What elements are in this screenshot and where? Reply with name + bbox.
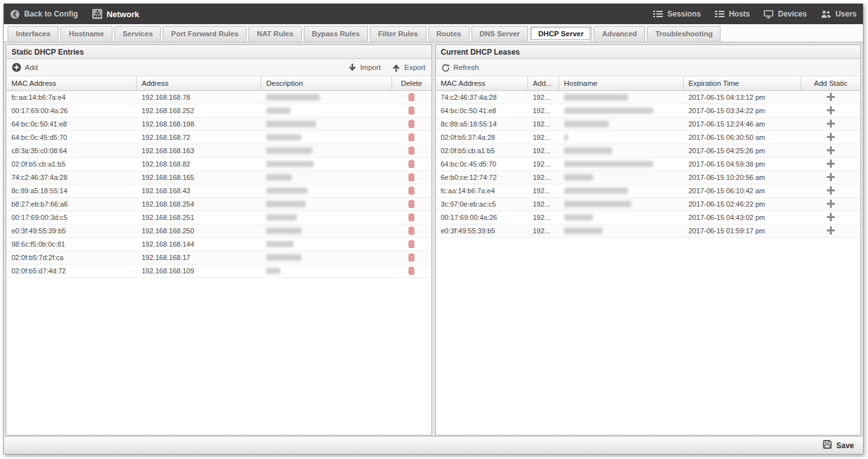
address-cell: 192... [528,211,559,224]
top-bar-right: Sessions Hosts Devices Users [653,10,857,18]
save-button[interactable]: Save [823,440,854,451]
expiration-time-cell: 2017-06-15 01:59:17 pm [684,224,801,237]
add-static-button[interactable] [801,158,861,170]
add-static-button[interactable] [801,211,861,224]
dhcp-lease-row[interactable]: 64:bc:0c:45:d5:70 192... 2017-06-15 04:5… [436,158,861,171]
tab[interactable]: Filter Rules [370,26,426,41]
tab[interactable]: Advanced [593,26,645,41]
column-header-mac-address[interactable]: MAC Address [436,76,528,90]
delete-row-button[interactable] [392,104,431,117]
mac-address-cell: 02:0f:b5:d7:4d:72 [6,264,137,277]
plus-icon [827,146,835,156]
add-static-button[interactable] [801,104,861,117]
column-header-hostname[interactable]: Hostname [559,76,684,90]
delete-row-button[interactable] [392,171,431,184]
network-app-button[interactable]: Network [92,9,139,19]
mac-address-cell: 02:0f:b5:cb:a1:b5 [6,158,137,170]
add-static-button[interactable] [801,184,861,197]
refresh-button[interactable]: Refresh [442,64,479,72]
tab[interactable]: Bypass Rules [304,26,368,41]
add-static-button[interactable] [801,144,861,157]
static-dhcp-row[interactable]: 98:6c:f5:0b:0c:81 192.168.168.144 [6,238,431,251]
tab[interactable]: Interfaces [8,26,58,41]
delete-row-button[interactable] [392,251,431,264]
delete-row-button[interactable] [392,158,431,170]
tab-label: Hostname [69,30,104,38]
dhcp-lease-row[interactable]: e0:3f:49:55:39:b5 192... 2017-06-15 01:5… [436,224,861,238]
tab[interactable]: NAT Rules [248,26,301,41]
dhcp-lease-row[interactable]: 02:0f:b5:cb:a1:b5 192... 2017-06-15 04:2… [436,144,861,158]
delete-row-button[interactable] [392,144,431,157]
delete-row-button[interactable] [392,264,431,277]
export-button[interactable]: Export [392,64,425,72]
column-header-address[interactable]: Address [137,76,261,90]
static-dhcp-row[interactable]: 64:bc:0c:45:d5:70 192.168.168.72 [6,131,431,144]
back-to-config-button[interactable]: Back to Config [10,10,78,19]
tab[interactable]: DHCP Server [530,26,592,41]
delete-row-button[interactable] [392,184,431,197]
column-header-mac-address[interactable]: MAC Address [6,76,137,90]
dhcp-lease-row[interactable]: 00:17:69:00:4a:26 192... 2017-06-15 04:4… [436,211,861,224]
static-dhcp-row[interactable]: 74:c2:46:37:4a:28 192.168.168.165 [6,171,431,184]
delete-row-button[interactable] [392,91,431,104]
static-dhcp-row[interactable]: 64:bc:0c:50:41:e8 192.168.168.198 [6,118,431,131]
add-static-button[interactable] [801,198,861,210]
plus-icon [827,186,835,196]
delete-row-button[interactable] [392,131,431,144]
static-dhcp-row[interactable]: b8:27:eb:b7:66:a6 192.168.168.254 [6,198,431,211]
tab[interactable]: Routes [428,26,470,41]
add-button[interactable]: Add [12,63,37,72]
delete-row-button[interactable] [392,118,431,130]
tab[interactable]: Troubleshooting [647,26,721,41]
tab[interactable]: DNS Server [471,26,528,41]
dhcp-lease-row[interactable]: 3c:97:0e:eb:ac:c5 192... 2017-06-15 02:4… [436,198,861,211]
delete-row-button[interactable] [392,238,431,250]
add-static-button[interactable] [801,171,861,184]
static-dhcp-row[interactable]: fc:aa:14:b6:7a:e4 192.168.168.78 [6,91,431,104]
add-static-button[interactable] [801,131,861,144]
redacted-description [266,94,320,100]
static-dhcp-row[interactable]: c8:3a:35:c0:08:64 192.168.168.163 [6,144,431,158]
redacted-hostname [564,121,609,127]
redacted-description [266,147,312,154]
devices-button[interactable]: Devices [764,10,806,18]
dhcp-lease-row[interactable]: fc:aa:14:b6:7a:e4 192... 2017-06-15 06:1… [436,184,861,198]
refresh-icon [442,64,450,72]
tab[interactable]: Port Forward Rules [163,26,247,41]
tab[interactable]: Services [114,26,161,41]
static-dhcp-row[interactable]: 02:0f:b5:7d:2f:ca 192.168.168.17 [6,251,431,264]
hosts-button[interactable]: Hosts [715,10,750,18]
add-static-button[interactable] [801,91,861,104]
dhcp-lease-row[interactable]: 74:c2:46:37:4a:28 192... 2017-06-15 04:1… [436,91,861,104]
column-header-add-static[interactable]: Add Static [801,76,861,90]
static-dhcp-row[interactable]: 02:0f:b5:cb:a1:b5 192.168.168.82 [6,158,431,171]
static-dhcp-row[interactable]: 00:17:69:00:4a:26 192.168.168.252 [6,104,431,118]
add-static-button[interactable] [801,224,861,237]
address-cell: 192... [528,118,559,130]
static-dhcp-row[interactable]: e0:3f:49:55:39:b5 192.168.168.250 [6,224,431,238]
column-header-address-truncated[interactable]: Add... [528,76,559,90]
column-header-delete[interactable]: Delete [392,76,431,90]
sessions-button[interactable]: Sessions [653,10,701,18]
dhcp-lease-row[interactable]: 02:0f:b5:37:4a:28 192... 2017-06-15 06:3… [436,131,861,144]
plus-icon [827,93,835,102]
static-dhcp-row[interactable]: 00:17:69:00:3d:c5 192.168.168.251 [6,211,431,224]
tab[interactable]: Hostname [60,26,112,41]
add-label: Add [25,64,37,71]
delete-row-button[interactable] [392,198,431,210]
dhcp-lease-row[interactable]: 8c:89:a5:18:55:14 192... 2017-06-15 12:2… [436,118,861,131]
static-dhcp-row[interactable]: 8c:89:a5:18:55:14 192.168.168.43 [6,184,431,198]
dhcp-lease-row[interactable]: 6e:b0:ce:12:74:72 192... 2017-06-15 10:2… [436,171,861,184]
column-header-expiration-time[interactable]: Expiration Time [684,76,801,90]
description-cell [261,131,392,144]
static-dhcp-row[interactable]: 02:0f:b5:d7:4d:72 192.168.168.109 [6,264,431,278]
trash-icon [408,93,415,102]
users-button[interactable]: Users [821,10,857,18]
dhcp-lease-row[interactable]: 64:bc:0c:50:41:e8 192... 2017-06-15 03:3… [436,104,861,118]
delete-row-button[interactable] [392,224,431,237]
column-header-description[interactable]: Description [261,76,392,90]
add-circle-icon [12,63,21,72]
delete-row-button[interactable] [392,211,431,224]
add-static-button[interactable] [801,118,861,130]
import-button[interactable]: Import [348,64,381,72]
